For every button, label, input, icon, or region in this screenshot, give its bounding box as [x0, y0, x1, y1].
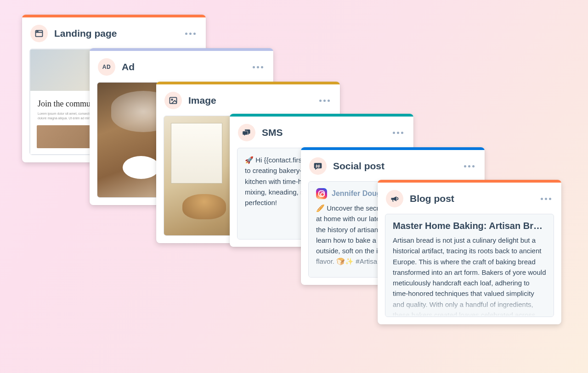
svg-point-5 — [171, 99, 173, 100]
blog-headline: Master Home Baking: Artisan Bread Techni… — [393, 221, 546, 231]
svg-point-3 — [38, 31, 38, 32]
card-title: Landing page — [54, 28, 177, 39]
more-button[interactable] — [539, 196, 553, 202]
card-header: Social post — [301, 150, 485, 181]
image-icon — [164, 92, 182, 109]
card-header: SMS — [230, 117, 413, 148]
megaphone-icon — [386, 190, 403, 207]
card-blog-post: Blog post Master Home Baking: Artisan Br… — [378, 180, 561, 324]
card-title: Image — [188, 95, 311, 106]
svg-point-2 — [37, 31, 37, 32]
card-header: AD Ad — [90, 51, 273, 82]
card-header: Image — [156, 84, 340, 116]
window-icon — [30, 25, 48, 42]
blog-body: Artisan bread is not just a culinary del… — [393, 235, 546, 317]
hashtag-icon — [309, 157, 327, 175]
more-button[interactable] — [251, 64, 265, 70]
chat-icon — [238, 124, 255, 141]
card-title: SMS — [262, 127, 384, 138]
card-title: Social post — [333, 161, 456, 172]
card-title: Blog post — [410, 193, 532, 204]
more-button[interactable] — [391, 130, 405, 136]
more-button[interactable] — [183, 31, 198, 37]
more-button[interactable] — [317, 98, 332, 104]
blog-preview[interactable]: Master Home Baking: Artisan Bread Techni… — [385, 214, 554, 317]
card-header: Landing page — [22, 17, 206, 49]
card-title: Ad — [122, 61, 244, 72]
card-header: Blog post — [378, 183, 561, 214]
more-button[interactable] — [462, 163, 476, 169]
ad-icon: AD — [98, 58, 115, 76]
instagram-icon — [316, 188, 327, 199]
svg-rect-4 — [170, 97, 177, 103]
